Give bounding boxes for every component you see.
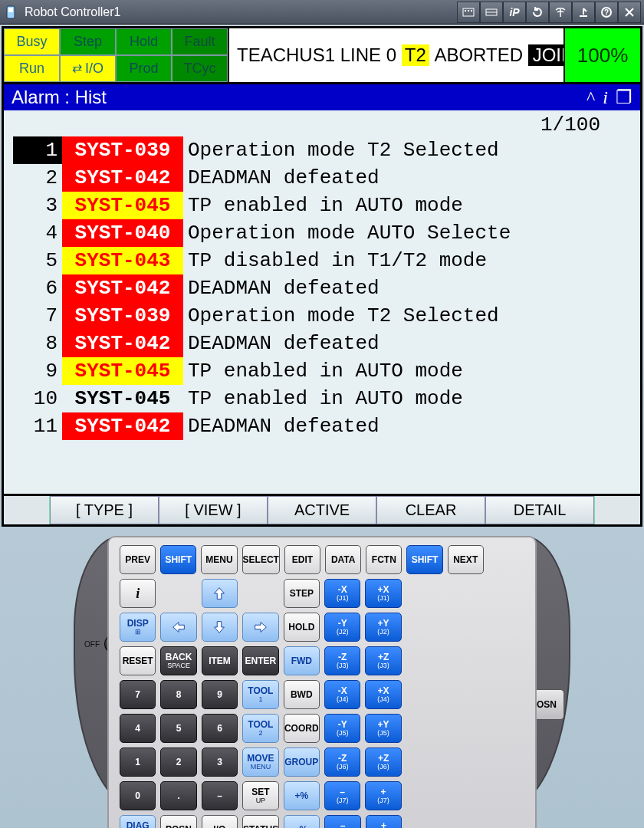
num-4-key[interactable]: 4 xyxy=(120,714,156,743)
jog-pos-x-key[interactable]: +X(J1) xyxy=(365,579,401,608)
jog-neg-j6-key[interactable]: -Z(J6) xyxy=(324,748,360,777)
osk-icon[interactable] xyxy=(480,2,503,23)
fn-detail[interactable]: DETAIL xyxy=(485,496,594,524)
wireless-icon[interactable] xyxy=(549,2,572,23)
fn-view[interactable]: [ VIEW ] xyxy=(159,496,268,524)
setup-key[interactable]: SETUP xyxy=(242,781,278,810)
alarm-code: SYST-045 xyxy=(62,357,183,385)
collapse-icon[interactable]: ^ xyxy=(586,87,595,108)
alarm-row[interactable]: 3SYST-045TP enabled in AUTO mode xyxy=(13,192,631,219)
num-3-key[interactable]: 3 xyxy=(202,748,238,777)
num-9-key[interactable]: 9 xyxy=(202,680,238,709)
arrow-up-key[interactable] xyxy=(202,579,238,608)
item-key[interactable]: ITEM xyxy=(202,646,238,675)
num-7-key[interactable]: 7 xyxy=(120,680,156,709)
status-key[interactable]: STATUS xyxy=(242,815,279,828)
move-menu-key[interactable]: MOVEMENU xyxy=(242,748,278,777)
fwd-key[interactable]: FWD xyxy=(284,646,320,675)
tool1-key[interactable]: TOOL1 xyxy=(242,680,278,709)
fctn-key[interactable]: FCTN xyxy=(366,545,402,574)
help-icon[interactable]: ? xyxy=(595,2,618,23)
num-0-key[interactable]: 0 xyxy=(120,781,156,810)
disp-key[interactable]: DISP⊞ xyxy=(120,613,156,642)
info-key[interactable]: i xyxy=(120,579,156,608)
alarm-row[interactable]: 1SYST-039Operation mode T2 Selected xyxy=(13,136,631,164)
svg-rect-5 xyxy=(471,10,472,12)
alarm-row[interactable]: 7SYST-039Operation mode T2 Selected xyxy=(13,302,631,330)
app-icon xyxy=(3,5,18,20)
alarm-row[interactable]: 9SYST-045TP enabled in AUTO mode xyxy=(13,357,631,385)
jog-neg-j7-key[interactable]: –(J7) xyxy=(324,781,360,810)
alarm-row[interactable]: 10SYST-045TP enabled in AUTO mode xyxy=(13,385,631,412)
refresh-icon[interactable] xyxy=(526,2,549,23)
jog-pos-j4-key[interactable]: +X(J4) xyxy=(365,680,401,709)
alarm-row[interactable]: 2SYST-042DEADMAN defeated xyxy=(13,164,631,192)
alarm-row[interactable]: 5SYST-043TP disabled in T1/T2 mode xyxy=(13,247,631,274)
export-icon[interactable] xyxy=(572,2,595,23)
hold-key[interactable]: HOLD xyxy=(284,613,320,642)
jog-neg-y-key[interactable]: -Y(J2) xyxy=(324,613,360,642)
tool2-key[interactable]: TOOL2 xyxy=(242,714,278,743)
alarm-message: TP enabled in AUTO mode xyxy=(183,192,631,219)
svg-rect-1 xyxy=(8,8,13,12)
titlebar: Robot Controller1 iP ? xyxy=(0,0,644,25)
shift-left-key[interactable]: SHIFT xyxy=(160,545,196,574)
jog-pos-j6-key[interactable]: +Z(J6) xyxy=(365,748,401,777)
alarm-row[interactable]: 6SYST-042DEADMAN defeated xyxy=(13,274,631,302)
fn-type[interactable]: [ TYPE ] xyxy=(50,496,159,524)
override-up-key[interactable]: +% xyxy=(284,781,320,810)
backspace-key[interactable]: BACKSPACE xyxy=(160,646,196,675)
jog-pos-j5-key[interactable]: +Y(J5) xyxy=(365,714,401,743)
keyboard-icon[interactable] xyxy=(457,2,480,23)
info-icon[interactable]: i xyxy=(603,87,608,108)
alarm-row[interactable]: 4SYST-040Operation mode AUTO Selecte xyxy=(13,219,631,247)
panel-title-bar: Alarm : Hist ^ i ❐ xyxy=(4,84,640,110)
num-dot-key[interactable]: . xyxy=(160,781,196,810)
alarm-code: SYST-042 xyxy=(62,330,183,357)
posn-key[interactable]: POSN xyxy=(160,815,196,828)
pendant: OFF ON POSN PREVSHIFTMENUSELECTEDITDATAF… xyxy=(0,536,644,828)
jog-neg-j8-key[interactable]: –(J8) xyxy=(324,815,360,828)
arrow-left-key[interactable] xyxy=(160,613,196,642)
enter-key[interactable]: ENTER xyxy=(242,646,278,675)
jog-pos-y-key[interactable]: +Y(J2) xyxy=(365,613,401,642)
prev-key[interactable]: PREV xyxy=(120,545,156,574)
coord-key[interactable]: COORD xyxy=(284,714,320,743)
num-6-key[interactable]: 6 xyxy=(202,714,238,743)
jog-neg-j4-key[interactable]: -X(J4) xyxy=(324,680,360,709)
shift-right-key[interactable]: SHIFT xyxy=(406,545,442,574)
jog-neg-x-key[interactable]: -X(J1) xyxy=(324,579,360,608)
num-8-key[interactable]: 8 xyxy=(160,680,196,709)
jog-neg-j5-key[interactable]: -Y(J5) xyxy=(324,714,360,743)
arrow-right-key[interactable] xyxy=(242,613,278,642)
override-down-key[interactable]: -% xyxy=(284,815,320,828)
jog-neg-z-key[interactable]: -Z(J3) xyxy=(324,646,360,675)
num-5-key[interactable]: 5 xyxy=(160,714,196,743)
edit-key[interactable]: EDIT xyxy=(284,545,320,574)
jog-pos-j7-key[interactable]: +(J7) xyxy=(365,781,401,810)
ip-icon[interactable]: iP xyxy=(503,2,526,23)
diag-help-key[interactable]: DIAGHELP xyxy=(120,815,156,828)
group-key[interactable]: GROUP xyxy=(284,748,320,777)
fn-active[interactable]: ACTIVE xyxy=(268,496,376,524)
menu-key[interactable]: MENU xyxy=(201,545,237,574)
num-2-key[interactable]: 2 xyxy=(160,748,196,777)
num-minus-key[interactable]: – xyxy=(202,781,238,810)
io-key[interactable]: I/O xyxy=(202,815,238,828)
window-split-icon[interactable]: ❐ xyxy=(616,87,632,108)
bwd-key[interactable]: BWD xyxy=(284,680,320,709)
select-key[interactable]: SELECT xyxy=(242,545,280,574)
fn-clear[interactable]: CLEAR xyxy=(376,496,485,524)
reset-key[interactable]: RESET xyxy=(120,646,156,675)
jog-pos-j8-key[interactable]: +(J8) xyxy=(366,815,402,828)
data-key[interactable]: DATA xyxy=(325,545,361,574)
close-icon[interactable] xyxy=(618,2,641,23)
num-1-key[interactable]: 1 xyxy=(120,748,156,777)
jog-pos-z-key[interactable]: +Z(J3) xyxy=(365,646,401,675)
step-key[interactable]: STEP xyxy=(284,579,320,608)
alarm-row[interactable]: 8SYST-042DEADMAN defeated xyxy=(13,330,631,357)
status-state: ABORTED xyxy=(434,44,523,66)
alarm-row[interactable]: 11SYST-042DEADMAN defeated xyxy=(13,412,631,440)
arrow-down-key[interactable] xyxy=(202,613,238,642)
next-key[interactable]: NEXT xyxy=(448,545,484,574)
